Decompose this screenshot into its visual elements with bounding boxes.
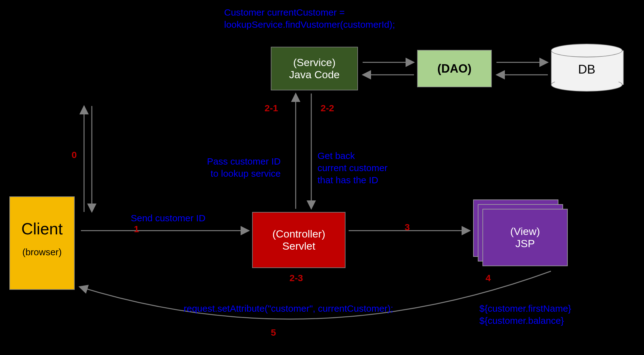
controller-title: (Controller) bbox=[272, 228, 325, 240]
service-sub: Java Code bbox=[289, 69, 340, 81]
controller-sub: Servlet bbox=[282, 240, 315, 252]
code-send: Send customer ID bbox=[131, 212, 205, 224]
step-2-1: 2-1 bbox=[265, 103, 278, 113]
node-db: DB bbox=[551, 44, 623, 90]
code-setattr: request.setAttribute("customer", current… bbox=[184, 302, 393, 314]
node-controller: (Controller) Servlet bbox=[252, 212, 346, 268]
client-title: Client bbox=[21, 219, 63, 238]
node-service: (Service) Java Code bbox=[271, 47, 358, 90]
view-card-front: (View) JSP bbox=[482, 209, 568, 266]
step-2-3: 2-3 bbox=[289, 273, 303, 283]
step-5: 5 bbox=[271, 327, 276, 338]
step-1: 1 bbox=[134, 224, 139, 234]
dao-title: (DAO) bbox=[437, 62, 472, 75]
step-2-2: 2-2 bbox=[321, 103, 334, 113]
step-0: 0 bbox=[72, 150, 77, 160]
code-top: Customer currentCustomer = lookupService… bbox=[224, 6, 395, 31]
view-title: (View) bbox=[510, 225, 540, 237]
node-view-stack: (View) JSP bbox=[473, 199, 566, 262]
node-dao: (DAO) bbox=[417, 50, 492, 87]
code-pass: Pass customer ID to lookup service bbox=[207, 155, 281, 180]
view-sub: JSP bbox=[515, 237, 535, 250]
code-jsp: ${customer.firstName} ${customer.balance… bbox=[479, 302, 571, 327]
code-getback: Get back current customer that has the I… bbox=[317, 150, 388, 186]
step-3: 3 bbox=[405, 222, 410, 233]
db-title: DB bbox=[551, 62, 623, 76]
service-title: (Service) bbox=[293, 56, 336, 69]
step-4: 4 bbox=[486, 273, 491, 283]
client-sub: (browser) bbox=[22, 247, 62, 257]
node-client: Client (browser) bbox=[9, 196, 75, 290]
